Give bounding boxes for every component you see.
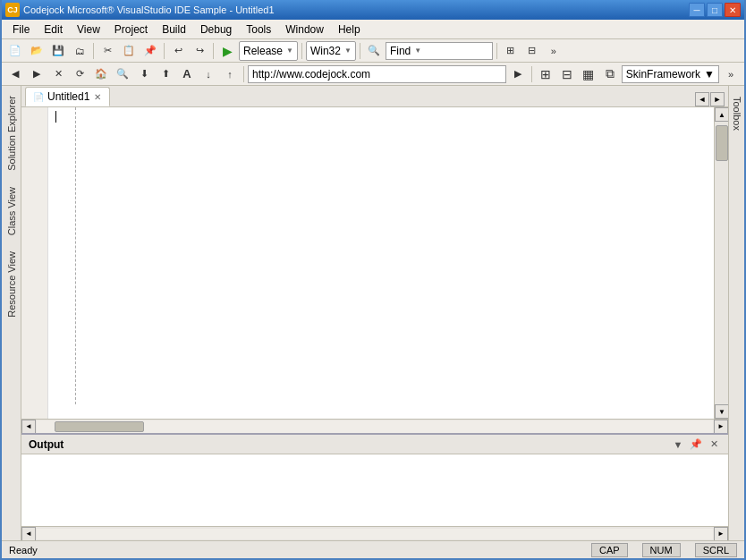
font-a-btn[interactable]: A xyxy=(177,64,197,84)
skin-icon4[interactable]: ⧉ xyxy=(600,64,620,84)
text-down-btn[interactable]: ↓ xyxy=(199,64,218,84)
toolbar-ext2[interactable]: ⊟ xyxy=(522,41,542,61)
configuration-dropdown[interactable]: Release ▼ xyxy=(239,41,298,61)
save-btn[interactable]: 💾 xyxy=(48,41,68,61)
refresh-btn[interactable]: ⟳ xyxy=(70,64,89,84)
sep-skin xyxy=(531,66,532,82)
menu-view[interactable]: View xyxy=(70,21,107,38)
maximize-button[interactable]: □ xyxy=(707,3,723,17)
find-box[interactable]: Find ▼ xyxy=(386,42,493,60)
menu-build[interactable]: Build xyxy=(155,21,193,38)
copy-btn[interactable]: 📋 xyxy=(119,41,139,61)
editor-content[interactable] xyxy=(48,107,714,419)
menu-debug[interactable]: Debug xyxy=(193,21,239,38)
home-btn[interactable]: 🏠 xyxy=(91,64,111,84)
address-go-btn[interactable]: ▶ xyxy=(508,64,528,84)
tab-nav-area: ◄ ► xyxy=(695,92,725,106)
output-panel: Output ▼ 📌 ✕ ◄ ► xyxy=(21,433,728,540)
scroll-up-btn[interactable]: ▲ xyxy=(715,107,728,122)
main-layout: Solution Explorer Class View Resource Vi… xyxy=(2,86,744,540)
scroll-track-h[interactable] xyxy=(37,420,713,433)
toolbar-more[interactable]: » xyxy=(544,41,564,61)
resource-view-tab[interactable]: Resource View xyxy=(2,243,21,326)
config-arrow-icon: ▼ xyxy=(286,47,293,55)
output-close-btn[interactable]: ✕ xyxy=(707,437,721,452)
save-all-btn[interactable]: 🗂 xyxy=(70,41,89,61)
back-btn[interactable]: ◀ xyxy=(5,64,25,84)
output-scroll-right[interactable]: ► xyxy=(714,527,728,541)
scroll-thumb-h[interactable] xyxy=(55,421,144,432)
toolbox-tab[interactable]: Toolbox xyxy=(728,89,745,138)
skin-framework-dropdown[interactable]: SkinFramework ▼ xyxy=(622,65,719,83)
window-title: Codejock Microsoft® VisualStudio IDE Sam… xyxy=(23,4,275,15)
minimize-button[interactable]: ─ xyxy=(689,3,705,17)
status-scrl: SCRL xyxy=(695,543,737,557)
scroll-down-btn[interactable]: ▼ xyxy=(715,404,728,419)
undo-btn[interactable]: ↩ xyxy=(168,41,188,61)
paste-btn[interactable]: 📌 xyxy=(140,41,160,61)
find-arrow-icon: ▼ xyxy=(414,47,421,55)
class-view-tab[interactable]: Class View xyxy=(2,179,21,243)
menu-help[interactable]: Help xyxy=(331,21,368,38)
editor-tab-strip: 📄 Untitled1 ✕ ◄ ► xyxy=(21,86,728,107)
status-num: NUM xyxy=(642,543,681,557)
close-button[interactable]: ✕ xyxy=(725,3,741,17)
address-input[interactable] xyxy=(248,65,506,83)
tab-scroll-left[interactable]: ◄ xyxy=(695,92,709,106)
editor-body: ▲ ▼ xyxy=(21,107,728,419)
center-area: 📄 Untitled1 ✕ ◄ ► xyxy=(21,86,728,540)
menu-file[interactable]: File xyxy=(5,21,37,38)
sep2 xyxy=(164,43,165,59)
run-btn[interactable]: ▶ xyxy=(217,41,237,61)
scroll-right-btn[interactable]: ► xyxy=(714,420,728,434)
output-pin-btn[interactable]: 📌 xyxy=(689,437,703,452)
scroll-thumb-v[interactable] xyxy=(716,125,728,161)
output-scrollbar-h[interactable]: ◄ ► xyxy=(21,526,728,540)
sep1 xyxy=(93,43,94,59)
search-icon-btn[interactable]: 🔍 xyxy=(113,64,132,84)
platform-arrow-icon: ▼ xyxy=(344,47,352,55)
toolbar2-more[interactable]: » xyxy=(721,64,741,84)
tab-scroll-right[interactable]: ► xyxy=(710,92,725,106)
menu-project[interactable]: Project xyxy=(107,21,155,38)
main-toolbar: 📄 📂 💾 🗂 ✂ 📋 📌 ↩ ↪ ▶ Release ▼ Win32 ▼ 🔍 … xyxy=(2,39,744,63)
down2-btn[interactable]: ⬆ xyxy=(156,64,175,84)
scroll-left-btn[interactable]: ◄ xyxy=(21,420,36,434)
skin-icon1[interactable]: ⊞ xyxy=(536,64,555,84)
open-btn[interactable]: 📂 xyxy=(27,41,47,61)
stop-btn[interactable]: ✕ xyxy=(48,64,68,84)
toolbar-ext1[interactable]: ⊞ xyxy=(501,41,521,61)
sep-addr xyxy=(243,66,244,82)
skin-icon2[interactable]: ⊟ xyxy=(557,64,577,84)
forward-btn[interactable]: ▶ xyxy=(27,64,47,84)
menu-tools[interactable]: Tools xyxy=(239,21,278,38)
menu-edit[interactable]: Edit xyxy=(37,21,70,38)
status-ready: Ready xyxy=(9,545,577,556)
editor-tab-untitled1[interactable]: 📄 Untitled1 ✕ xyxy=(25,87,110,106)
solution-explorer-tab[interactable]: Solution Explorer xyxy=(2,88,21,179)
editor-scrollbar-horizontal[interactable]: ◄ ► xyxy=(21,419,728,433)
new-file-btn[interactable]: 📄 xyxy=(5,41,25,61)
redo-btn[interactable]: ↪ xyxy=(190,41,209,61)
cut-btn[interactable]: ✂ xyxy=(97,41,117,61)
line-gutter xyxy=(21,107,48,419)
editor-scrollbar-vertical[interactable]: ▲ ▼ xyxy=(714,107,728,419)
menu-window[interactable]: Window xyxy=(278,21,331,38)
skin-arrow-icon: ▼ xyxy=(704,68,715,81)
output-header: Output ▼ 📌 ✕ xyxy=(21,435,728,454)
skin-icon3[interactable]: ▦ xyxy=(579,64,598,84)
platform-dropdown[interactable]: Win32 ▼ xyxy=(306,41,356,61)
title-bar-left: CJ Codejock Microsoft® VisualStudio IDE … xyxy=(5,3,275,17)
tab-label: Untitled1 xyxy=(47,90,89,103)
find-label: Find xyxy=(390,45,411,57)
tab-close-btn[interactable]: ✕ xyxy=(93,91,102,103)
output-track-h[interactable] xyxy=(37,529,713,539)
output-scroll-left[interactable]: ◄ xyxy=(21,527,36,541)
down1-btn[interactable]: ⬇ xyxy=(134,64,154,84)
find-icon-btn[interactable]: 🔍 xyxy=(364,41,384,61)
menu-bar: File Edit View Project Build Debug Tools… xyxy=(2,20,744,39)
text-up-btn[interactable]: ↑ xyxy=(220,64,240,84)
output-dropdown-btn[interactable]: ▼ xyxy=(671,437,685,452)
editor-main: ▲ ▼ ◄ ► xyxy=(21,107,728,433)
editor-area: ▲ ▼ ◄ ► xyxy=(21,107,728,433)
